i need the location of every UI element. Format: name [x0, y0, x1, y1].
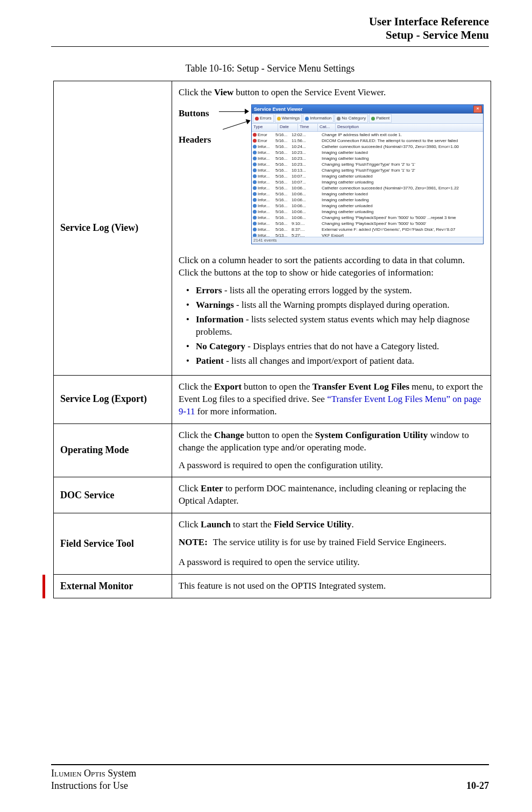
- event-rows-container: Error5/16...12:02...Change IP address fa…: [252, 132, 483, 244]
- event-row[interactable]: Infor...5/16...10:23...Changing setting …: [252, 161, 483, 167]
- row-label-service-log-export: Service Log (Export): [54, 375, 172, 423]
- row-label-doc-service: DOC Service: [54, 477, 172, 513]
- text-bold: Launch: [201, 519, 231, 529]
- footer-product-name: Ilumien Optis System: [51, 767, 136, 780]
- text-bold: Field Service Utility: [274, 519, 351, 529]
- text-bold: Enter: [201, 483, 223, 493]
- patient-icon: [371, 117, 375, 121]
- info-icon: [305, 117, 309, 121]
- event-row[interactable]: Infor...5/16...10:24...Catheter connecti…: [252, 144, 483, 150]
- text-bold: No Category: [196, 341, 245, 351]
- errors-filter-button[interactable]: Errors: [253, 114, 274, 123]
- event-row[interactable]: Infor...5/16...10:06...Imaging catheter …: [252, 197, 483, 203]
- nocategory-icon: [337, 117, 341, 121]
- info-icon: [253, 198, 257, 202]
- text: Click: [179, 483, 201, 493]
- column-header-desc[interactable]: Description: [336, 124, 483, 131]
- info-icon: [253, 157, 257, 160]
- service-event-viewer-window: Service Event Viewer × Errors Warnings I…: [251, 104, 484, 244]
- table-row: Field Service Tool Click Launch to start…: [54, 513, 491, 575]
- info-icon: [253, 180, 257, 184]
- patient-filter-button[interactable]: Patient: [369, 114, 392, 123]
- error-icon: [255, 117, 259, 121]
- text-bold: Errors: [196, 285, 222, 295]
- list-item: Warnings - lists all the Warning prompts…: [179, 299, 484, 312]
- event-row[interactable]: Infor...5/16...10:06...Imaging catheter …: [252, 209, 483, 215]
- row-content-field-service-tool: Click Launch to start the Field Service …: [172, 513, 491, 575]
- event-row[interactable]: Infor...5/16...10:07...Imaging catheter …: [252, 173, 483, 179]
- callout-arrow-icon: [223, 121, 250, 131]
- row-label-operating-mode: Operating Mode: [54, 423, 172, 477]
- event-row[interactable]: Infor...5/16...10:07...Imaging catheter …: [252, 179, 483, 185]
- list-item: Information - lists selected system stat…: [179, 314, 484, 338]
- button-label: Information: [310, 115, 331, 122]
- window-titlebar: Service Event Viewer ×: [252, 105, 483, 114]
- nocategory-filter-button[interactable]: No Category: [335, 114, 368, 123]
- status-bar: 2141 events: [252, 237, 483, 244]
- paragraph: Click Launch to start the Field Service …: [179, 519, 484, 531]
- list-item: No Category - Displays entries that do n…: [179, 341, 484, 353]
- bullet-list: Errors - lists all the operating errors …: [179, 285, 484, 368]
- warnings-filter-button[interactable]: Warnings: [275, 114, 302, 123]
- event-row[interactable]: Infor...5/16...10:06...Imaging catheter …: [252, 191, 483, 197]
- footer-left: Ilumien Optis System Instructions for Us…: [51, 767, 136, 792]
- column-header-date[interactable]: Date: [278, 124, 298, 131]
- paragraph: This feature is not used on the OPTIS In…: [179, 580, 484, 592]
- column-header-type[interactable]: Type: [252, 124, 278, 131]
- window-title-text: Service Event Viewer: [254, 106, 302, 112]
- text: button to open the Service Event Viewer.: [233, 87, 386, 97]
- event-row[interactable]: Error5/16...11:56...DICOM Connection FAI…: [252, 138, 483, 144]
- close-icon[interactable]: ×: [473, 105, 482, 113]
- event-row[interactable]: Infor...5/16...10:06...Changing setting …: [252, 215, 483, 221]
- paragraph: Click the View button to open the Servic…: [179, 87, 484, 99]
- button-label: Warnings: [282, 115, 300, 122]
- table-row: Service Log (View) Click the View button…: [54, 81, 491, 375]
- event-row[interactable]: Infor...5/16...10:06...Imaging catheter …: [252, 203, 483, 209]
- error-icon: [253, 133, 257, 137]
- info-icon: [253, 151, 257, 154]
- paragraph: A password is required to open the servi…: [179, 556, 484, 569]
- callout-arrow-icon: [219, 109, 249, 115]
- table-row: Service Log (Export) Click the Export bu…: [54, 375, 491, 423]
- button-label: Errors: [260, 115, 272, 122]
- information-filter-button[interactable]: Information: [303, 114, 334, 123]
- text: - lists all the operating errors logged …: [222, 285, 412, 295]
- text: Click the: [179, 382, 214, 392]
- event-row[interactable]: Infor...5/16...10:23...Imaging catheter …: [252, 150, 483, 156]
- note-block: NOTE: The service utility is for use by …: [179, 536, 484, 549]
- text: Click the: [179, 430, 214, 440]
- page-running-header: User Interface Reference Setup - Service…: [51, 0, 489, 42]
- text-bold: Information: [196, 314, 244, 324]
- row-label-service-log-view: Service Log (View): [54, 81, 172, 375]
- event-row[interactable]: Infor...5/16...10:23...Imaging catheter …: [252, 156, 483, 161]
- button-label: No Category: [342, 115, 366, 122]
- paragraph: Click the Export button to open the Tran…: [179, 381, 484, 418]
- page-footer: Ilumien Optis System Instructions for Us…: [51, 764, 489, 792]
- event-row[interactable]: Error5/16...12:02...Change IP address fa…: [252, 132, 483, 138]
- header-line-1: User Interface Reference: [51, 15, 489, 29]
- info-icon: [253, 186, 257, 190]
- row-label-field-service-tool: Field Service Tool: [54, 513, 172, 575]
- event-row[interactable]: Infor...5/16...8:37:...External volume F…: [252, 227, 483, 232]
- column-header-time[interactable]: Time: [298, 124, 318, 131]
- row-content-service-log-view: Click the View button to open the Servic…: [172, 81, 491, 375]
- text: - lists all the Warning prompts displaye…: [234, 300, 450, 310]
- text-bold: Patient: [196, 356, 224, 366]
- change-bar-icon: [42, 575, 45, 598]
- text-bold: Export: [214, 382, 242, 392]
- event-row[interactable]: Infor...5/16...9:10:...Changing setting …: [252, 221, 483, 227]
- info-icon: [253, 168, 257, 172]
- header-rule: [51, 46, 489, 47]
- text: button to open the: [244, 430, 315, 440]
- info-icon: [253, 145, 257, 149]
- row-content-service-log-export: Click the Export button to open the Tran…: [172, 375, 491, 423]
- text-bold: Warnings: [196, 300, 234, 310]
- column-header-cat[interactable]: Cat...: [318, 124, 336, 131]
- column-headers-row: Type Date Time Cat... Description: [252, 124, 483, 132]
- event-row[interactable]: Infor...5/16...10:06...Catheter connecti…: [252, 185, 483, 191]
- info-icon: [253, 216, 257, 220]
- callout-buttons-label: Buttons: [179, 108, 209, 120]
- info-icon: [253, 174, 257, 178]
- event-row[interactable]: Infor...5/16...10:13...Changing setting …: [252, 167, 483, 173]
- callout-headers-label: Headers: [179, 134, 211, 146]
